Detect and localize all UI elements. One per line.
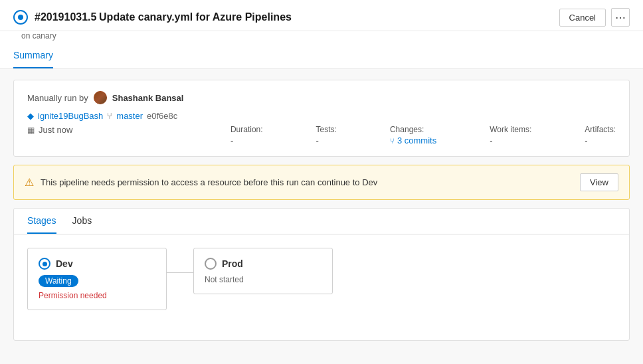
stats-row: ▦ Just now Duration: - Tests: - Changes:… (27, 125, 616, 145)
avatar-image (94, 91, 107, 104)
stage-box-prod[interactable]: Prod Not started (193, 248, 333, 294)
work-items-value: - (490, 136, 531, 145)
header-actions: Cancel ⋯ (559, 8, 630, 27)
user-name: Shashank Bansal (112, 93, 184, 103)
cancel-button[interactable]: Cancel (559, 9, 606, 27)
nav-tabs: Summary (0, 43, 643, 69)
changes-label: Changes: (390, 125, 436, 134)
manually-run-label: Manually run by (27, 93, 88, 103)
prod-not-started-label: Not started (205, 275, 322, 284)
run-number: #20191031.5 (35, 11, 96, 23)
summary-card: Manually run by Shashank Bansal ◆ ignite… (13, 80, 630, 157)
tab-stages[interactable]: Stages (27, 209, 56, 234)
header-title-block: #20191031.5 Update canary.yml for Azure … (35, 11, 292, 23)
stat-artifacts: Artifacts: - (585, 125, 616, 145)
run-info-row: Manually run by Shashank Bansal (27, 91, 616, 104)
more-options-button[interactable]: ⋯ (611, 8, 630, 27)
stage-box-dev[interactable]: Dev Waiting Permission needed (27, 248, 167, 310)
stat-work-items: Work items: - (490, 125, 531, 145)
page-header: #20191031.5 Update canary.yml for Azure … (0, 0, 643, 31)
main-content: Manually run by Shashank Bansal ◆ ignite… (0, 69, 643, 364)
changes-value[interactable]: ⑂ 3 commits (390, 136, 436, 145)
duration-label: Duration: (230, 125, 263, 134)
prod-status-icon (205, 258, 217, 270)
artifacts-value: - (585, 136, 616, 145)
run-status-icon (13, 10, 28, 25)
dev-permission-label: Permission needed (39, 291, 155, 300)
commits-text: 3 commits (397, 136, 436, 145)
more-options-icon: ⋯ (615, 11, 626, 24)
commits-icon: ⑂ (390, 137, 395, 145)
commit-hash: e0f6e8c (147, 111, 177, 121)
branch-label[interactable]: master (116, 111, 143, 121)
avatar (94, 91, 107, 104)
branch-icon: ⑂ (107, 111, 112, 121)
view-button[interactable]: View (580, 173, 618, 191)
warning-left: ⚠ This pipeline needs permission to acce… (25, 176, 377, 189)
stage-header-dev: Dev (39, 258, 155, 270)
header-left: #20191031.5 Update canary.yml for Azure … (13, 10, 292, 25)
calendar-icon: ▦ (27, 126, 35, 135)
stage-header-prod: Prod (205, 258, 322, 270)
stages-card: Stages Jobs Dev Waiting Permission neede… (13, 208, 630, 341)
run-icon-inner (18, 15, 23, 20)
warning-icon: ⚠ (25, 176, 34, 189)
stat-changes: Changes: ⑂ 3 commits (390, 125, 436, 145)
run-title: Update canary.yml for Azure Pipelines (99, 11, 292, 23)
tests-value: - (316, 136, 337, 145)
tab-summary[interactable]: Summary (13, 43, 53, 68)
warning-text: This pipeline needs permission to access… (41, 177, 377, 187)
page-title: #20191031.5 Update canary.yml for Azure … (35, 11, 292, 23)
dev-stage-badge: Waiting (39, 275, 78, 287)
time-label: Just now (39, 125, 72, 135)
tag-label[interactable]: ignite19BugBash (38, 111, 103, 121)
meta-row: ◆ ignite19BugBash ⑂ master e0f6e8c (27, 111, 616, 121)
stats-columns: Duration: - Tests: - Changes: ⑂ 3 commit… (230, 125, 616, 145)
tag-icon: ◆ (27, 111, 34, 121)
tests-label: Tests: (316, 125, 337, 134)
duration-value: - (230, 136, 263, 145)
artifacts-label: Artifacts: (585, 125, 616, 134)
work-items-label: Work items: (490, 125, 531, 134)
stat-duration: Duration: - (230, 125, 263, 145)
dev-status-inner (43, 262, 47, 266)
dev-status-icon (39, 258, 50, 270)
tab-jobs[interactable]: Jobs (72, 209, 92, 234)
dev-stage-name: Dev (56, 258, 73, 269)
stages-content: Dev Waiting Permission needed Prod Not s… (14, 234, 629, 323)
header-subtitle: on canary (0, 31, 643, 43)
stage-connector (167, 272, 193, 273)
prod-stage-name: Prod (222, 258, 243, 269)
stages-tabs: Stages Jobs (14, 209, 629, 234)
stat-tests: Tests: - (316, 125, 337, 145)
time-row: ▦ Just now (27, 125, 191, 135)
warning-banner: ⚠ This pipeline needs permission to acce… (13, 165, 630, 200)
